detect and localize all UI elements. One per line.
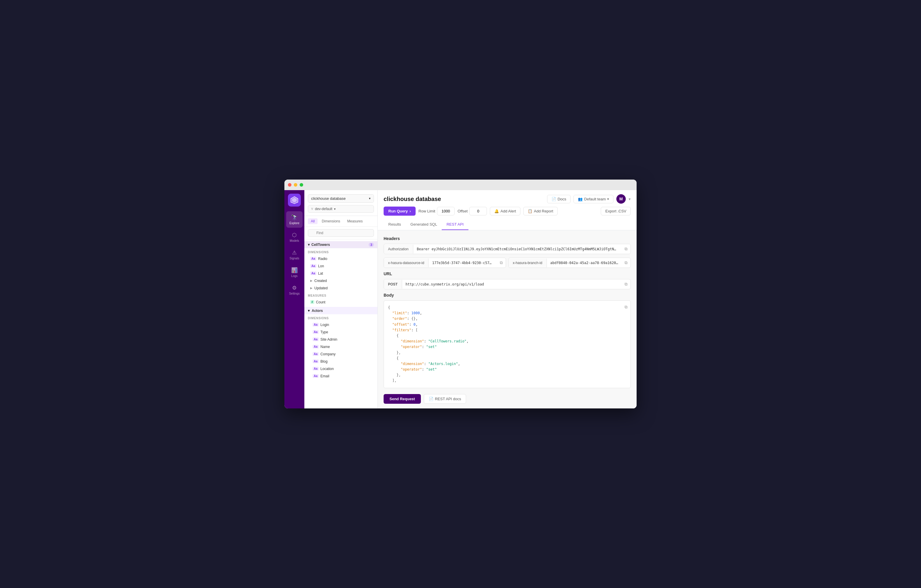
tree-item-location[interactable]: Aa Location ⇄ (304, 365, 378, 372)
minimize-button[interactable] (294, 183, 297, 187)
body-title: Body (384, 293, 631, 297)
maximize-button[interactable] (299, 183, 303, 187)
location-filter-icon[interactable]: ⇄ (371, 367, 374, 371)
sidebar-item-models-label: Models (290, 239, 299, 242)
updated-filter-icon[interactable]: ⇄ (371, 286, 374, 290)
branch-key: x-hasura-branch-id (509, 258, 547, 267)
filter-tab-dimensions[interactable]: Dimensions (319, 218, 343, 224)
filter-tabs: All Dimensions Measures (304, 216, 378, 227)
search-wrap (304, 227, 378, 239)
db-selector[interactable]: clickhouse database ▾ (308, 194, 374, 203)
tree-group-celltowers-header[interactable]: ▾ CellTowers 3 (304, 241, 378, 248)
search-input[interactable] (308, 229, 374, 237)
login-type-icon: Aa (312, 323, 319, 326)
tree-item-updated[interactable]: ▶ Updated ⇄ (304, 284, 378, 292)
datasource-key: x-hasura-datasource-id (384, 258, 428, 267)
tree-item-company[interactable]: Aa Company ⇄ (304, 350, 378, 358)
tree-item-type[interactable]: Aa Type ⇄ (304, 328, 378, 336)
email-filter-icon[interactable]: ⇄ (371, 374, 374, 378)
company-type-icon: Aa (312, 352, 319, 356)
auth-value: Bearer eyJhbGciOiJlUzI1NiJ9.eyJoYXN1cmEt… (413, 245, 622, 253)
header-actions: 📄 Docs 👥 Default team ▾ M ▾ (547, 194, 631, 204)
blog-add-icon[interactable]: + (371, 359, 374, 364)
send-request-button[interactable]: Send Request (384, 394, 421, 404)
url-copy-icon[interactable]: ⧉ (622, 279, 630, 289)
branch-copy-icon[interactable]: ⧉ (622, 258, 630, 268)
row-limit-wrap: Row Limit (418, 207, 455, 215)
filter-tab-all[interactable]: All (308, 218, 317, 224)
offset-input[interactable] (469, 207, 487, 215)
docs-button[interactable]: 📄 Docs (547, 195, 571, 203)
panel-header: clickhouse database ▾ ⑂ dev-default ▾ (304, 190, 378, 216)
company-filter-icon[interactable]: ⇄ (371, 352, 374, 356)
radio-type-icon: Aa (310, 257, 316, 261)
add-report-button[interactable]: 📋 Add Report (523, 207, 558, 215)
two-col-headers: x-hasura-datasource-id 177e3b5d-3747-4bb… (384, 258, 631, 268)
filter-tab-measures[interactable]: Measures (344, 218, 366, 224)
body-copy-icon[interactable]: ⧉ (625, 304, 628, 310)
tree-item-created[interactable]: ▶ Created ⇄ (304, 277, 378, 284)
branch-selector-label: dev-default (315, 207, 332, 211)
add-alert-button[interactable]: 🔔 Add Alert (490, 207, 521, 215)
auth-header-row: Authorization Bearer eyJhbGciOiJlUzI1NiJ… (384, 244, 631, 254)
radio-filter-icon[interactable]: ⇄ (367, 257, 370, 261)
explore-icon: 🔭 (291, 214, 298, 221)
url-row: POST http://cube.synmetrix.org/api/v1/lo… (384, 279, 631, 289)
tree-item-name[interactable]: Aa Name ⇄ (304, 343, 378, 350)
lon-filter-icon[interactable]: ⇄ (371, 264, 374, 268)
branch-selector[interactable]: ⑂ dev-default ▾ (308, 205, 374, 213)
logs-icon: 📊 (291, 267, 298, 273)
tab-rest-api[interactable]: REST API (442, 219, 468, 230)
main-header: clickhouse database 📄 Docs 👥 Default tea… (378, 190, 636, 230)
datasource-copy-icon[interactable]: ⧉ (497, 258, 506, 268)
row-limit-input[interactable] (437, 207, 455, 215)
type-filter-icon[interactable]: ⇄ (371, 330, 374, 334)
logo (288, 194, 301, 206)
tree-item-radio[interactable]: Aa Radio ⇄ + (304, 255, 378, 262)
siteadmin-type-icon: Aa (312, 338, 319, 341)
team-selector[interactable]: 👥 Default team ▾ (573, 195, 613, 203)
tree-item-email[interactable]: Aa Email ⇄ (304, 372, 378, 380)
actors-group-header[interactable]: ▾ Actors (304, 307, 378, 314)
location-type-icon: Aa (312, 367, 319, 370)
tab-results[interactable]: Results (384, 219, 406, 230)
run-query-button[interactable]: Run Query › (384, 206, 416, 216)
export-button[interactable]: Export .CSV (601, 207, 631, 215)
sidebar-item-settings[interactable]: ⚙ Settings (286, 282, 303, 298)
count-label: Count (316, 300, 325, 304)
count-filter-icon[interactable]: ⇄ (371, 300, 374, 304)
lat-filter-icon[interactable]: ⇄ (371, 271, 374, 276)
offset-wrap: Offset (457, 207, 487, 215)
row-limit-label: Row Limit (418, 209, 435, 213)
radio-add-icon[interactable]: + (371, 257, 374, 261)
sidebar-item-signals[interactable]: ⚠ Signals (286, 247, 303, 263)
avatar[interactable]: M (616, 194, 626, 204)
tree-item-login[interactable]: Aa Login ⇄ + (304, 321, 378, 328)
run-chevron-icon: › (409, 209, 411, 213)
db-selector-chevron-icon: ▾ (369, 197, 371, 200)
tree-item-lon[interactable]: Aa Lon ⇄ (304, 262, 378, 270)
blog-filter-icon[interactable]: ⇄ (367, 359, 370, 364)
close-button[interactable] (288, 183, 291, 187)
icon-sidebar: 🔭 Explore ⬡ Models ⚠ Signals 📊 Logs ⚙ Se… (285, 190, 304, 408)
lon-label: Lon (318, 264, 324, 268)
lat-label: Lat (318, 271, 323, 276)
tree-item-lat[interactable]: Aa Lat ⇄ (304, 270, 378, 277)
tree-item-blog[interactable]: Aa Blog ⇄ + (304, 358, 378, 365)
tree-item-count[interactable]: # Count ⇄ (304, 299, 378, 306)
tree-item-siteadmin[interactable]: Aa Site Admin ⇄ (304, 336, 378, 343)
login-add-icon[interactable]: + (371, 322, 374, 327)
branch-value: abdf0840-042a-45a2-aa78-69a1620f346 (547, 258, 622, 267)
siteadmin-filter-icon[interactable]: ⇄ (371, 337, 374, 341)
tab-generated-sql[interactable]: Generated SQL (406, 219, 442, 230)
sidebar-item-explore[interactable]: 🔭 Explore (286, 211, 303, 228)
sidebar-item-logs[interactable]: 📊 Logs (286, 264, 303, 281)
sidebar-item-models[interactable]: ⬡ Models (286, 229, 303, 245)
auth-copy-icon[interactable]: ⧉ (622, 244, 630, 254)
url-value: http://cube.synmetrix.org/api/v1/load (402, 280, 622, 289)
created-filter-icon[interactable]: ⇄ (371, 278, 374, 283)
login-filter-icon[interactable]: ⇄ (367, 322, 370, 327)
rest-api-docs-button[interactable]: 📄 REST API docs (424, 394, 466, 404)
name-filter-icon[interactable]: ⇄ (371, 344, 374, 349)
settings-icon: ⚙ (292, 284, 297, 291)
